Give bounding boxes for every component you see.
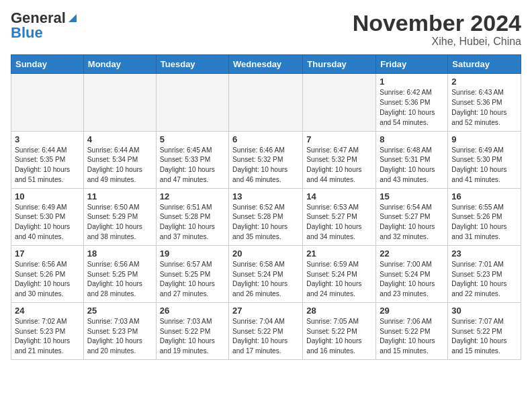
day-number: 16	[451, 191, 517, 201]
day-number: 28	[306, 306, 372, 316]
day-number: 13	[232, 191, 299, 201]
day-number: 5	[160, 134, 225, 144]
calendar-cell: 9Sunrise: 6:49 AM Sunset: 5:30 PM Daylig…	[448, 131, 521, 188]
calendar-header-tuesday: Tuesday	[156, 55, 228, 74]
calendar-week-row: 17Sunrise: 6:56 AM Sunset: 5:26 PM Dayli…	[11, 245, 521, 302]
day-number: 19	[160, 248, 225, 259]
logo: General Blue	[11, 11, 77, 40]
calendar-cell: 22Sunrise: 7:00 AM Sunset: 5:24 PM Dayli…	[376, 245, 448, 302]
day-info: Sunrise: 6:44 AM Sunset: 5:35 PM Dayligh…	[15, 146, 80, 185]
calendar-cell: 5Sunrise: 6:45 AM Sunset: 5:33 PM Daylig…	[156, 131, 228, 188]
calendar-cell: 13Sunrise: 6:52 AM Sunset: 5:28 PM Dayli…	[229, 188, 303, 245]
calendar-cell: 24Sunrise: 7:02 AM Sunset: 5:23 PM Dayli…	[11, 302, 84, 359]
day-number: 10	[15, 191, 80, 201]
calendar-week-row: 24Sunrise: 7:02 AM Sunset: 5:23 PM Dayli…	[11, 302, 521, 359]
day-info: Sunrise: 6:48 AM Sunset: 5:31 PM Dayligh…	[380, 146, 444, 185]
calendar-header-thursday: Thursday	[303, 55, 376, 74]
day-number: 22	[380, 248, 444, 259]
day-number: 20	[232, 248, 299, 259]
day-number: 17	[15, 248, 80, 259]
day-info: Sunrise: 7:06 AM Sunset: 5:22 PM Dayligh…	[380, 317, 444, 357]
calendar-header-row: SundayMondayTuesdayWednesdayThursdayFrid…	[11, 55, 521, 74]
calendar-week-row: 10Sunrise: 6:49 AM Sunset: 5:30 PM Dayli…	[11, 188, 521, 245]
calendar-cell: 25Sunrise: 7:03 AM Sunset: 5:23 PM Dayli…	[83, 302, 156, 359]
day-info: Sunrise: 6:57 AM Sunset: 5:25 PM Dayligh…	[160, 260, 225, 300]
calendar-header-friday: Friday	[376, 55, 448, 74]
day-info: Sunrise: 6:45 AM Sunset: 5:33 PM Dayligh…	[160, 146, 225, 185]
day-info: Sunrise: 6:47 AM Sunset: 5:32 PM Dayligh…	[306, 146, 372, 185]
day-info: Sunrise: 6:50 AM Sunset: 5:29 PM Dayligh…	[87, 203, 152, 242]
calendar-cell	[11, 74, 84, 131]
day-info: Sunrise: 7:02 AM Sunset: 5:23 PM Dayligh…	[15, 317, 80, 357]
logo-general-text: General	[11, 11, 66, 26]
day-info: Sunrise: 6:42 AM Sunset: 5:36 PM Dayligh…	[380, 88, 444, 128]
calendar-cell: 11Sunrise: 6:50 AM Sunset: 5:29 PM Dayli…	[83, 188, 156, 245]
day-info: Sunrise: 6:46 AM Sunset: 5:32 PM Dayligh…	[232, 146, 299, 185]
day-number: 15	[380, 191, 444, 201]
day-number: 2	[451, 77, 517, 87]
calendar-cell: 3Sunrise: 6:44 AM Sunset: 5:35 PM Daylig…	[11, 131, 84, 188]
calendar-cell: 21Sunrise: 6:59 AM Sunset: 5:24 PM Dayli…	[303, 245, 376, 302]
calendar-cell: 26Sunrise: 7:03 AM Sunset: 5:22 PM Dayli…	[156, 302, 228, 359]
calendar-cell	[229, 74, 303, 131]
day-info: Sunrise: 6:52 AM Sunset: 5:28 PM Dayligh…	[232, 203, 299, 242]
day-info: Sunrise: 7:03 AM Sunset: 5:22 PM Dayligh…	[160, 317, 225, 357]
day-number: 26	[160, 306, 225, 316]
day-info: Sunrise: 7:03 AM Sunset: 5:23 PM Dayligh…	[87, 317, 152, 357]
day-info: Sunrise: 7:01 AM Sunset: 5:23 PM Dayligh…	[451, 260, 517, 300]
logo-triangle-icon	[67, 13, 77, 24]
day-info: Sunrise: 6:56 AM Sunset: 5:25 PM Dayligh…	[87, 260, 152, 300]
calendar-cell	[303, 74, 376, 131]
day-info: Sunrise: 6:56 AM Sunset: 5:26 PM Dayligh…	[15, 260, 80, 300]
day-number: 23	[451, 248, 517, 259]
logo-blue-text: Blue	[11, 26, 43, 40]
day-number: 8	[380, 134, 444, 144]
day-number: 6	[232, 134, 299, 144]
day-info: Sunrise: 6:49 AM Sunset: 5:30 PM Dayligh…	[451, 146, 517, 185]
day-info: Sunrise: 6:55 AM Sunset: 5:26 PM Dayligh…	[451, 203, 517, 242]
day-number: 9	[451, 134, 517, 144]
day-number: 18	[87, 248, 152, 259]
calendar-cell: 4Sunrise: 6:44 AM Sunset: 5:34 PM Daylig…	[83, 131, 156, 188]
day-info: Sunrise: 7:04 AM Sunset: 5:22 PM Dayligh…	[232, 317, 299, 357]
day-info: Sunrise: 6:53 AM Sunset: 5:27 PM Dayligh…	[306, 203, 372, 242]
calendar-header-sunday: Sunday	[11, 55, 84, 74]
calendar-cell: 14Sunrise: 6:53 AM Sunset: 5:27 PM Dayli…	[303, 188, 376, 245]
month-title: November 2024	[353, 11, 521, 36]
calendar-header-wednesday: Wednesday	[229, 55, 303, 74]
calendar-cell: 20Sunrise: 6:58 AM Sunset: 5:24 PM Dayli…	[229, 245, 303, 302]
calendar-cell: 12Sunrise: 6:51 AM Sunset: 5:28 PM Dayli…	[156, 188, 228, 245]
day-info: Sunrise: 6:44 AM Sunset: 5:34 PM Dayligh…	[87, 146, 152, 185]
day-info: Sunrise: 6:58 AM Sunset: 5:24 PM Dayligh…	[232, 260, 299, 300]
calendar-header-saturday: Saturday	[448, 55, 521, 74]
calendar-cell: 17Sunrise: 6:56 AM Sunset: 5:26 PM Dayli…	[11, 245, 84, 302]
day-number: 11	[87, 191, 152, 201]
day-info: Sunrise: 7:00 AM Sunset: 5:24 PM Dayligh…	[380, 260, 444, 300]
page: General Blue November 2024 Xihe, Hubei, …	[0, 0, 532, 367]
day-number: 30	[451, 306, 517, 316]
svg-marker-0	[69, 14, 77, 22]
calendar-cell: 15Sunrise: 6:54 AM Sunset: 5:27 PM Dayli…	[376, 188, 448, 245]
calendar-cell: 16Sunrise: 6:55 AM Sunset: 5:26 PM Dayli…	[448, 188, 521, 245]
calendar-cell: 28Sunrise: 7:05 AM Sunset: 5:22 PM Dayli…	[303, 302, 376, 359]
day-number: 7	[306, 134, 372, 144]
day-number: 24	[15, 306, 80, 316]
day-number: 25	[87, 306, 152, 316]
day-info: Sunrise: 6:51 AM Sunset: 5:28 PM Dayligh…	[160, 203, 225, 242]
calendar-header-monday: Monday	[83, 55, 156, 74]
header: General Blue November 2024 Xihe, Hubei, …	[11, 11, 521, 48]
day-number: 4	[87, 134, 152, 144]
calendar-cell: 29Sunrise: 7:06 AM Sunset: 5:22 PM Dayli…	[376, 302, 448, 359]
calendar-cell: 23Sunrise: 7:01 AM Sunset: 5:23 PM Dayli…	[448, 245, 521, 302]
calendar-week-row: 3Sunrise: 6:44 AM Sunset: 5:35 PM Daylig…	[11, 131, 521, 188]
day-number: 12	[160, 191, 225, 201]
day-number: 1	[380, 77, 444, 87]
day-number: 3	[15, 134, 80, 144]
calendar-cell: 1Sunrise: 6:42 AM Sunset: 5:36 PM Daylig…	[376, 74, 448, 131]
day-info: Sunrise: 7:05 AM Sunset: 5:22 PM Dayligh…	[306, 317, 372, 357]
calendar-cell: 19Sunrise: 6:57 AM Sunset: 5:25 PM Dayli…	[156, 245, 228, 302]
calendar-cell: 2Sunrise: 6:43 AM Sunset: 5:36 PM Daylig…	[448, 74, 521, 131]
title-block: November 2024 Xihe, Hubei, China	[353, 11, 521, 48]
calendar-cell: 7Sunrise: 6:47 AM Sunset: 5:32 PM Daylig…	[303, 131, 376, 188]
day-number: 27	[232, 306, 299, 316]
